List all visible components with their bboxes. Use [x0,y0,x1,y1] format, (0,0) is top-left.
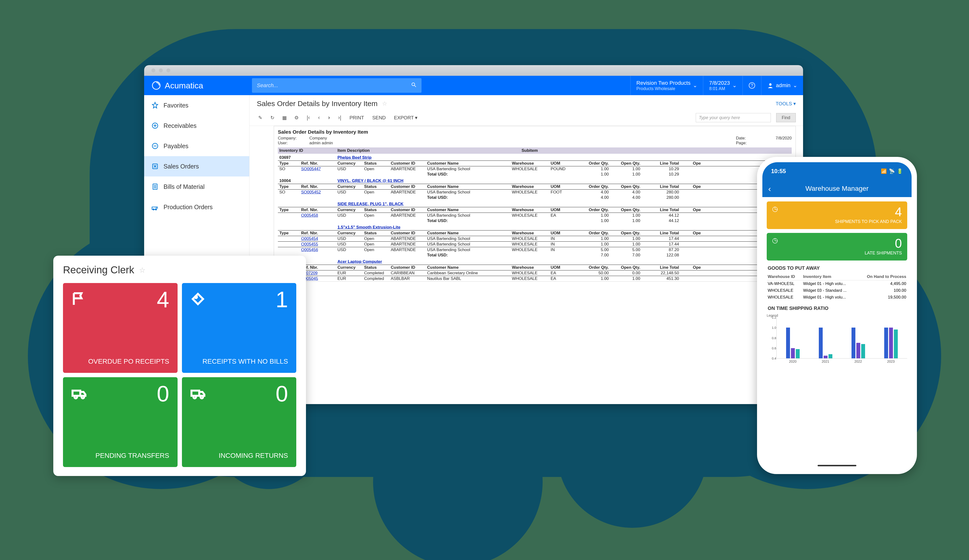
first-page-icon[interactable]: |‹ [305,115,311,121]
data-row: S007209EURCompletedCARIBBEANCaribbean Se… [278,270,792,276]
chart-bar [894,329,898,358]
meta-company-label: Company: [278,136,310,141]
kpi-late-shipments[interactable]: ◷ 0 LATE SHIPMENTS [767,233,907,261]
band-header: Inventory ID Item Description Subitem [278,148,792,154]
x-tick: 2023 [887,359,895,364]
signal-icon: 📶 [881,168,887,174]
export-button[interactable]: EXPORT ▾ [393,114,419,121]
chart-bar [819,327,822,359]
refresh-icon[interactable]: ↻ [269,114,276,121]
data-row: SOSO005452USDOpenABARTENDEUSA Bartending… [278,189,792,195]
business-date-selector[interactable]: 7/8/2023 8:01 AM ⌄ [703,76,743,95]
favorite-star-icon[interactable]: ☆ [382,100,387,107]
kpi-label: SHIPMENTS TO PICK AND PACK [772,219,902,224]
tenant-selector[interactable]: Revision Two Products Products Wholesale… [630,76,703,95]
sidebar-item-production-orders[interactable]: Production Orders [144,197,249,217]
ref-link[interactable]: O005456 [301,248,318,252]
item-description-link[interactable]: SIDE RELEASE, PLUG 1", BLACK [338,202,404,206]
sidebar-item-bom[interactable]: Bills of Material [144,176,249,197]
search-icon [411,82,417,89]
chart-bar [786,327,790,359]
phone-titlebar: ‹ Warehouse Manager [763,180,912,197]
chart-bar [796,349,800,358]
tile-overdue-po[interactable]: 4 OVERDUE PO RECEIPTS [63,283,178,373]
page-title: Sales Order Details by Inventory Item [257,100,378,108]
traffic-close[interactable] [152,68,155,72]
query-input[interactable]: Type your query here [696,113,771,122]
favorite-star-icon[interactable]: ☆ [139,266,146,274]
next-page-icon[interactable]: › [326,115,331,121]
meta-date-value: 7/8/2020 [763,136,792,141]
search-placeholder: Search... [257,82,411,89]
print-button[interactable]: PRINT [348,114,366,121]
ref-link[interactable]: O005454 [301,236,318,241]
business-date: 7/8/2023 [709,80,730,86]
toolbar: ✎ ↻ ▦ ⚙ |‹ ‹ › ›| PRINT SEND EXPORT ▾ Ty… [250,111,803,126]
sidebar-item-sales-orders[interactable]: Sales Orders [144,156,249,176]
svg-point-1 [412,83,415,86]
phone-statusbar: 10:55 📶 📡 🔋 [763,162,912,180]
sidebar-item-label: Receivables [163,122,196,129]
table-row[interactable]: WHOLESALEWidget 01 - High volu...19,500.… [767,294,907,301]
chevron-down-icon: ⌄ [732,82,737,89]
chart-bar [861,344,865,359]
traffic-max[interactable] [166,68,170,72]
data-row: O005454USDOpenABARTENDEUSA Bartending Sc… [278,236,792,241]
tile-pending-transfers[interactable]: 0 PENDING TRANSFERS [63,377,178,467]
table-row[interactable]: WHOLESALEWidget 03 - Standard ...100.00 [767,287,907,294]
tenant-line2: Products Wholesale [636,86,691,91]
sidebar-item-payables[interactable]: Payables [144,136,249,156]
edit-icon[interactable]: ✎ [257,114,263,121]
brand-logo[interactable]: Acumatica [144,76,250,95]
ref-link[interactable]: O005455 [301,242,318,246]
tools-menu[interactable]: TOOLS ▾ [776,101,796,106]
sidebar-item-label: Favorites [163,102,188,109]
user-menu[interactable]: admin ⌄ [761,76,803,95]
col-qty: On Hand to Process [857,273,907,280]
last-page-icon[interactable]: ›| [337,115,343,121]
ref-link[interactable]: SO005447 [301,166,321,171]
chart-bar [889,327,893,359]
home-indicator[interactable] [817,465,856,466]
item-description-link[interactable]: Phelps Beef Strip [338,155,371,160]
tile-label: RECEIPTS WITH NO BILLS [190,357,288,366]
sidebar-item-favorites[interactable]: Favorites [144,95,249,115]
filter-icon[interactable]: ⚙ [293,114,300,121]
item-description-link[interactable]: VINYL, GREY / BLACK @ 61 INCH [338,178,403,183]
table-row[interactable]: VA-WHOLESLWidget 01 - High volu...4,495.… [767,280,907,287]
traffic-min[interactable] [159,68,163,72]
kpi-shipments-to-pick[interactable]: ◷ 4 SHIPMENTS TO PICK AND PACK [767,201,907,229]
prev-page-icon[interactable]: ‹ [316,115,321,121]
find-button[interactable]: Find [776,113,796,122]
main-area: Sales Order Details by Inventory Item ☆ … [250,95,803,404]
svg-point-24 [193,396,196,399]
group-header: SIDE RELEASE, PLUG 1", BLACK [278,200,792,207]
sidebar-item-receivables[interactable]: Receivables [144,115,249,136]
total-row: Total USD:1.001.0010.29 [278,172,792,177]
tile-incoming-returns[interactable]: 0 INCOMING RETURNS [182,377,296,467]
kpi-value: 0 [772,237,902,249]
grid-icon[interactable]: ▦ [281,114,288,121]
browser-titlebar [144,65,803,76]
ref-link[interactable]: O005458 [301,213,318,218]
meta-company-value: Company [310,136,327,141]
tile-receipts-no-bills[interactable]: 1 RECEIPTS WITH NO BILLS [182,283,296,373]
wifi-icon: 📡 [889,168,895,174]
bar-group [884,327,898,359]
chart-bar [884,327,888,359]
chart-bar [851,327,856,359]
ref-link[interactable]: SO005452 [301,190,321,194]
item-description-link[interactable]: Acer Laptop Computer [338,259,382,264]
report-viewer: Sales Order Details by Inventory Item Co… [250,126,803,289]
item-description-link[interactable]: 1.5"x1.5" Smooth Extrusion-Lite [338,225,400,229]
total-row: Total USD:4.004.00280.00 [278,195,792,200]
help-button[interactable]: ? [743,76,761,95]
chevron-down-icon: ⌄ [793,82,797,89]
send-button[interactable]: SEND [371,114,387,121]
meta-page-label: Page: [736,141,763,146]
search-input[interactable]: Search... [252,78,421,93]
col-item: Inventory Item [802,273,857,280]
total-row: Total USD:1.001.0044.12 [278,218,792,223]
goods-table: Warehouse ID Inventory Item On Hand to P… [767,273,907,301]
meta-date-label: Date: [736,136,763,141]
